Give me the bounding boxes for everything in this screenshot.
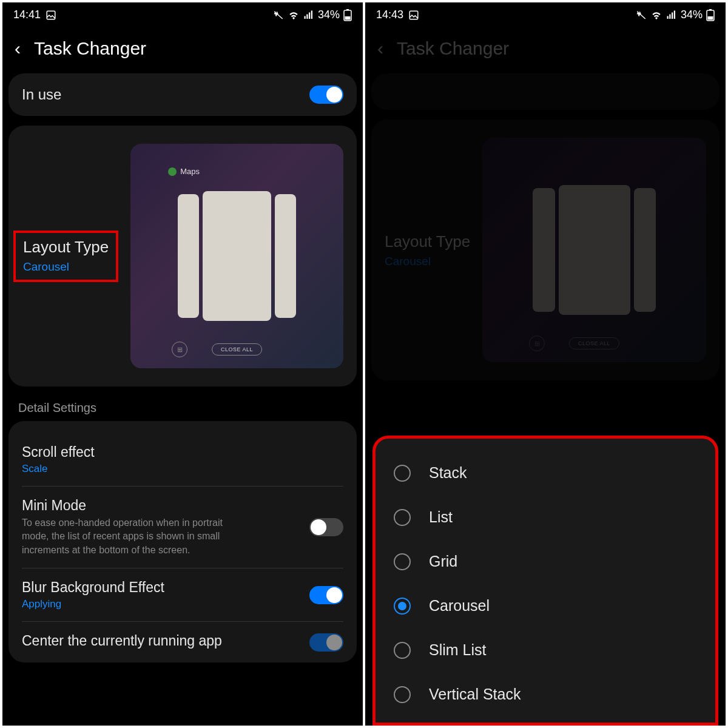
annotation-highlight: Layout Type Carousel: [13, 231, 118, 282]
left-screenshot: 14:41 34% ‹ Task Changer In use Layout T…: [2, 2, 363, 726]
layout-type-value: Carousel: [23, 260, 109, 274]
close-all-label: CLOSE ALL: [212, 343, 262, 356]
layout-option-slim-list[interactable]: Slim List: [389, 628, 702, 672]
signal-icon: [666, 10, 677, 21]
layout-preview-card[interactable]: Layout Type Carousel Maps ⊞ CLOSE ALL: [8, 126, 357, 386]
vibrate-icon: [273, 10, 284, 21]
mini-mode-title: Mini Mode: [22, 497, 309, 514]
scroll-effect-title: Scroll effect: [22, 444, 343, 460]
header: ‹ Task Changer: [2, 27, 363, 73]
image-icon: [408, 10, 419, 21]
back-icon[interactable]: ‹: [15, 39, 21, 58]
layout-option-stack[interactable]: Stack: [389, 451, 702, 495]
layout-option-carousel[interactable]: Carousel: [389, 584, 702, 628]
svg-rect-4: [311, 10, 312, 19]
radio-label: Carousel: [429, 597, 490, 615]
in-use-toggle[interactable]: [309, 86, 343, 104]
radio-icon: [394, 509, 411, 526]
grid-icon: ⊞: [172, 342, 187, 357]
signal-icon: [303, 10, 314, 21]
svg-rect-0: [47, 11, 55, 19]
page-title: Task Changer: [397, 38, 509, 59]
radio-label: Vertical Stack: [429, 686, 521, 703]
svg-rect-3: [309, 12, 310, 19]
status-time: 14:41: [13, 8, 41, 21]
radio-label: Slim List: [429, 641, 486, 659]
radio-icon: [394, 465, 411, 482]
detail-settings-header: Detail Settings: [2, 396, 363, 421]
svg-rect-2: [306, 14, 308, 19]
battery-icon: [706, 9, 715, 21]
page-title: Task Changer: [34, 38, 146, 59]
radio-icon: [394, 598, 411, 615]
svg-rect-8: [410, 11, 418, 19]
svg-rect-15: [708, 16, 713, 20]
layout-type-value: Carousel: [385, 255, 470, 268]
layout-preview-image: Maps ⊞ CLOSE ALL: [130, 144, 343, 368]
center-toggle[interactable]: [309, 633, 343, 652]
blur-title: Blur Background Effect: [22, 579, 309, 596]
wifi-icon: [288, 9, 300, 21]
image-icon: [46, 10, 56, 21]
radio-label: Grid: [429, 553, 457, 570]
blur-value: Applying: [22, 598, 309, 610]
scroll-effect-value: Scale: [22, 463, 343, 475]
scroll-effect-row[interactable]: Scroll effect Scale: [22, 433, 343, 487]
radio-label: Stack: [429, 464, 467, 482]
status-battery-pct: 34%: [318, 8, 340, 21]
center-title: Center the currently running app: [22, 633, 309, 649]
battery-icon: [343, 9, 352, 21]
svg-rect-7: [345, 16, 351, 20]
detail-settings-card: Scroll effect Scale Mini Mode To ease on…: [8, 421, 357, 662]
status-bar: 14:41 34%: [2, 2, 363, 27]
center-row[interactable]: Center the currently running app: [22, 622, 343, 662]
layout-type-label: Layout Type: [385, 232, 470, 251]
mini-mode-desc: To ease one-handed operation when in por…: [22, 516, 252, 557]
radio-label: List: [429, 508, 453, 526]
layout-type-label: Layout Type: [23, 238, 109, 257]
svg-rect-11: [672, 12, 673, 19]
status-bar: 14:43 34%: [365, 2, 726, 27]
layout-option-list[interactable]: List: [389, 495, 702, 539]
svg-rect-12: [674, 10, 675, 19]
dimmed-background: ‹ Task Changer Layout Type Carousel ⊞ CL…: [365, 27, 726, 390]
layout-option-grid[interactable]: Grid: [389, 539, 702, 584]
wifi-icon: [650, 9, 662, 21]
blur-row[interactable]: Blur Background Effect Applying: [22, 568, 343, 622]
svg-rect-9: [667, 16, 668, 19]
layout-option-vertical-stack[interactable]: Vertical Stack: [389, 672, 702, 716]
mini-mode-row[interactable]: Mini Mode To ease one-handed operation w…: [22, 487, 343, 568]
back-icon: ‹: [377, 39, 383, 58]
blur-toggle[interactable]: [309, 586, 343, 604]
svg-rect-14: [709, 9, 712, 10]
radio-icon: [394, 553, 411, 570]
svg-rect-10: [669, 14, 670, 19]
mini-mode-toggle[interactable]: [309, 518, 343, 536]
svg-rect-6: [346, 9, 349, 10]
vibrate-icon: [636, 10, 647, 21]
svg-rect-1: [304, 16, 305, 19]
right-screenshot: 14:43 34% ‹ Task Changer Layout Type Car…: [365, 2, 726, 726]
radio-icon: [394, 642, 411, 659]
status-battery-pct: 34%: [681, 8, 703, 21]
layout-options-sheet: StackListGridCarouselSlim ListVertical S…: [372, 436, 718, 726]
radio-icon: [394, 686, 411, 703]
in-use-card: In use: [8, 73, 357, 116]
in-use-label: In use: [22, 86, 61, 103]
status-time: 14:43: [376, 8, 403, 21]
